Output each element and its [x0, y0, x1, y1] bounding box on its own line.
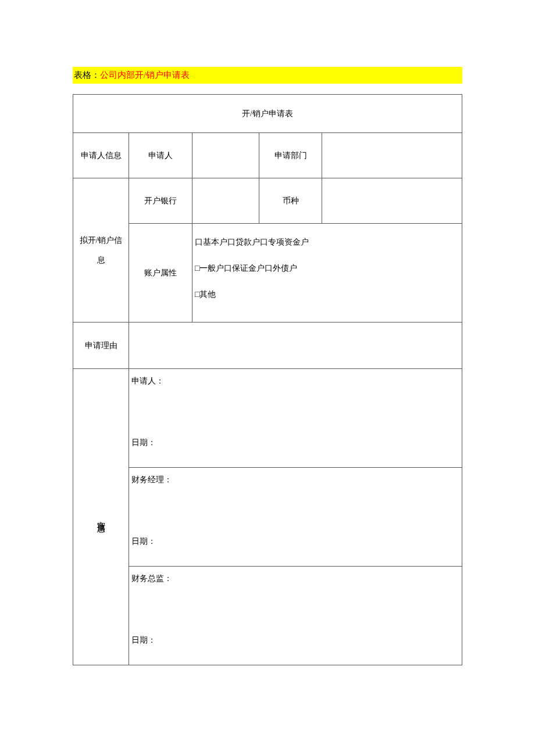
- application-form-table: 开/销户申请表 申请人信息 申请人 申请部门 拟开/销户信息 开户银行 币种 账…: [73, 94, 462, 665]
- sign-block-applicant: 申请人： 日期：: [129, 369, 462, 468]
- sign-director-label: 财务总监：: [131, 574, 459, 584]
- approval-label: 审批信息: [73, 369, 129, 665]
- sign-block-director: 财务总监： 日期：: [129, 567, 462, 665]
- approval-row-3: 财务总监： 日期：: [73, 567, 462, 665]
- document-title-highlight: 表格：公司内部开/销户申请表: [73, 67, 462, 84]
- account-attr-label: 账户属性: [129, 224, 192, 323]
- account-type-line3: □其他: [195, 290, 216, 299]
- reason-row: 申请理由: [73, 323, 462, 369]
- applicant-value: [192, 133, 259, 178]
- sign-manager-date: 日期：: [131, 536, 459, 547]
- dept-value: [322, 133, 462, 178]
- applicant-info-label: 申请人信息: [73, 133, 129, 178]
- bank-value: [192, 178, 259, 224]
- table-title-row: 开/销户申请表: [73, 95, 462, 133]
- account-attr-row: 账户属性 口基本户口贷款户口专项资金户 □一般户口保证金户口外债户 □其他: [73, 224, 462, 323]
- account-type-line2: □一般户口保证金户口外债户: [195, 264, 297, 273]
- reason-label: 申请理由: [73, 323, 129, 369]
- approval-row-1: 审批信息 申请人： 日期：: [73, 369, 462, 468]
- table-title: 开/销户申请表: [73, 95, 462, 133]
- title-name: 公司内部开/销户申请表: [100, 70, 190, 80]
- sign-director-date: 日期：: [131, 635, 459, 646]
- dept-label: 申请部门: [259, 133, 322, 178]
- account-info-label: 拟开/销户信息: [73, 178, 129, 323]
- sign-block-manager: 财务经理： 日期：: [129, 468, 462, 567]
- applicant-info-row: 申请人信息 申请人 申请部门: [73, 133, 462, 178]
- account-types-cell: 口基本户口贷款户口专项资金户 □一般户口保证金户口外债户 □其他: [192, 224, 462, 323]
- applicant-label: 申请人: [129, 133, 192, 178]
- currency-value: [322, 178, 462, 224]
- sign-applicant-date: 日期：: [131, 438, 459, 448]
- approval-row-2: 财务经理： 日期：: [73, 468, 462, 567]
- account-type-line1: 口基本户口贷款户口专项资金户: [195, 238, 309, 246]
- currency-label: 币种: [259, 178, 322, 224]
- sign-manager-label: 财务经理：: [131, 475, 459, 485]
- reason-value: [129, 323, 462, 369]
- bank-label: 开户银行: [129, 178, 192, 224]
- sign-applicant-label: 申请人：: [131, 376, 459, 386]
- bank-row: 拟开/销户信息 开户银行 币种: [73, 178, 462, 224]
- title-prefix: 表格：: [74, 70, 100, 80]
